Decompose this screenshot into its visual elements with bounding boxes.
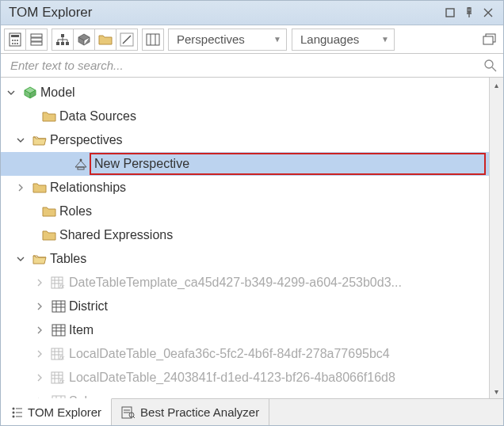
tree-label: Sales xyxy=(67,394,101,398)
tree-label: Model xyxy=(39,86,75,100)
close-button[interactable] xyxy=(479,4,497,21)
svg-point-5 xyxy=(17,40,18,41)
bottom-tabs: TOM Explorer Best Practice Analyzer xyxy=(1,398,503,425)
svg-rect-13 xyxy=(56,42,59,45)
expand-toggle[interactable] xyxy=(36,374,50,382)
folder-open-icon xyxy=(31,253,48,264)
svg-point-7 xyxy=(14,43,16,44)
perspectives-dropdown[interactable]: Perspectives ▼ xyxy=(168,29,287,51)
svg-point-6 xyxy=(12,43,13,44)
tree-node-tables[interactable]: Tables xyxy=(1,247,489,271)
toolbar-hierarchy-icon[interactable] xyxy=(52,29,74,51)
pin-button[interactable] xyxy=(460,4,478,21)
table-fx-icon: fx xyxy=(50,276,67,289)
expand-toggle[interactable] xyxy=(36,302,50,310)
svg-rect-11 xyxy=(31,42,42,45)
svg-point-61 xyxy=(13,415,15,417)
toolbar-edit-icon[interactable] xyxy=(116,29,138,51)
chevron-down-icon: ▼ xyxy=(273,35,281,44)
svg-point-22 xyxy=(485,60,493,68)
expand-toggle[interactable] xyxy=(36,350,50,358)
tree-node-table[interactable]: District xyxy=(1,295,489,318)
svg-line-69 xyxy=(133,416,135,418)
expand-toggle[interactable] xyxy=(17,184,31,192)
svg-point-4 xyxy=(14,40,16,41)
search-input[interactable] xyxy=(9,58,484,73)
scroll-up-icon[interactable]: ▴ xyxy=(490,78,503,92)
languages-dropdown[interactable]: Languages ▼ xyxy=(292,29,395,51)
expand-toggle[interactable] xyxy=(17,255,31,263)
tab-label: Best Practice Analyzer xyxy=(140,405,259,419)
tree-node-table[interactable]: Sales xyxy=(1,390,489,398)
svg-rect-0 xyxy=(446,9,454,17)
perspectives-dropdown-label: Perspectives xyxy=(177,32,245,46)
tree-label: Shared Expressions xyxy=(58,228,173,242)
tree-label: DateTableTemplate_ca45d427-b349-4299-a60… xyxy=(67,276,402,290)
vertical-scrollbar[interactable]: ▴ ▾ xyxy=(489,78,503,398)
tree-node-table[interactable]: fx LocalDateTable_2403841f-d1ed-4123-bf2… xyxy=(1,366,489,390)
svg-rect-21 xyxy=(483,36,493,44)
perspective-icon xyxy=(72,158,90,170)
tree-label: Relationships xyxy=(48,181,126,195)
toolbar-folder-icon[interactable] xyxy=(94,29,116,51)
svg-rect-2 xyxy=(11,35,19,37)
expand-toggle[interactable] xyxy=(7,89,21,97)
tab-best-practice[interactable]: Best Practice Analyzer xyxy=(112,399,269,425)
analyzer-icon xyxy=(121,406,136,419)
tree[interactable]: Model Data Sources Perspectives xyxy=(1,78,489,398)
tree-label: Item xyxy=(67,323,94,337)
svg-rect-14 xyxy=(61,42,64,45)
table-icon xyxy=(50,300,67,313)
svg-rect-32 xyxy=(52,301,65,312)
svg-text:fx: fx xyxy=(59,378,65,384)
tree-node-roles[interactable]: Roles xyxy=(1,200,489,223)
svg-rect-15 xyxy=(66,42,69,45)
tree-label: Data Sources xyxy=(58,109,136,124)
svg-rect-17 xyxy=(147,34,159,45)
svg-rect-10 xyxy=(31,38,42,41)
tree-label: LocalDateTable_0eafa36c-5fc2-4b6f-84df-2… xyxy=(67,347,390,361)
tree-node-new-perspective[interactable]: New Perspective xyxy=(1,152,489,176)
svg-line-23 xyxy=(492,67,496,71)
svg-text:fx: fx xyxy=(59,283,65,289)
tree-label: District xyxy=(67,299,108,314)
tom-explorer-panel: TOM Explorer xyxy=(0,0,504,426)
expand-toggle[interactable] xyxy=(36,397,50,398)
search-bar xyxy=(1,54,503,78)
toolbar-cube-icon[interactable] xyxy=(73,29,95,51)
tree-node-table[interactable]: fx LocalDateTable_0eafa36c-5fc2-4b6f-84d… xyxy=(1,342,489,366)
folder-open-icon xyxy=(31,135,48,146)
maximize-button[interactable] xyxy=(441,4,459,21)
svg-rect-25 xyxy=(78,167,84,169)
panel-title: TOM Explorer xyxy=(9,5,440,21)
expand-toggle[interactable] xyxy=(36,326,50,334)
tree-container: Model Data Sources Perspectives xyxy=(1,78,503,398)
tree-label: Perspectives xyxy=(48,133,123,147)
toolbar-columns-icon[interactable] xyxy=(142,29,164,51)
toolbar-rows-icon[interactable] xyxy=(25,29,48,51)
tree-node-model[interactable]: Model xyxy=(1,81,489,105)
folder-icon xyxy=(31,182,48,193)
expand-toggle[interactable] xyxy=(36,279,50,287)
titlebar: TOM Explorer xyxy=(1,0,503,25)
folder-icon xyxy=(40,206,58,217)
search-icon[interactable] xyxy=(484,59,497,72)
tree-label: New Perspective xyxy=(93,157,189,171)
tab-tom-explorer[interactable]: TOM Explorer xyxy=(1,398,112,425)
tab-label: TOM Explorer xyxy=(28,405,101,419)
folder-icon xyxy=(40,230,58,241)
tree-node-perspectives[interactable]: Perspectives xyxy=(1,128,489,152)
tree-node-data-sources[interactable]: Data Sources xyxy=(1,105,489,128)
tree-node-shared-expressions[interactable]: Shared Expressions xyxy=(1,223,489,247)
toolbar-calc-icon[interactable] xyxy=(4,29,26,51)
tree-icon xyxy=(10,406,23,419)
tree-node-table[interactable]: Item xyxy=(1,318,489,342)
tree-label: Roles xyxy=(58,204,92,219)
tree-label: Tables xyxy=(48,252,86,266)
tree-node-relationships[interactable]: Relationships xyxy=(1,176,489,200)
scroll-down-icon[interactable]: ▾ xyxy=(490,384,503,398)
svg-point-24 xyxy=(80,159,82,162)
tree-node-table[interactable]: fx DateTableTemplate_ca45d427-b349-4299-… xyxy=(1,271,489,295)
toolbar-windows-icon[interactable] xyxy=(479,29,501,51)
expand-toggle[interactable] xyxy=(17,136,31,144)
